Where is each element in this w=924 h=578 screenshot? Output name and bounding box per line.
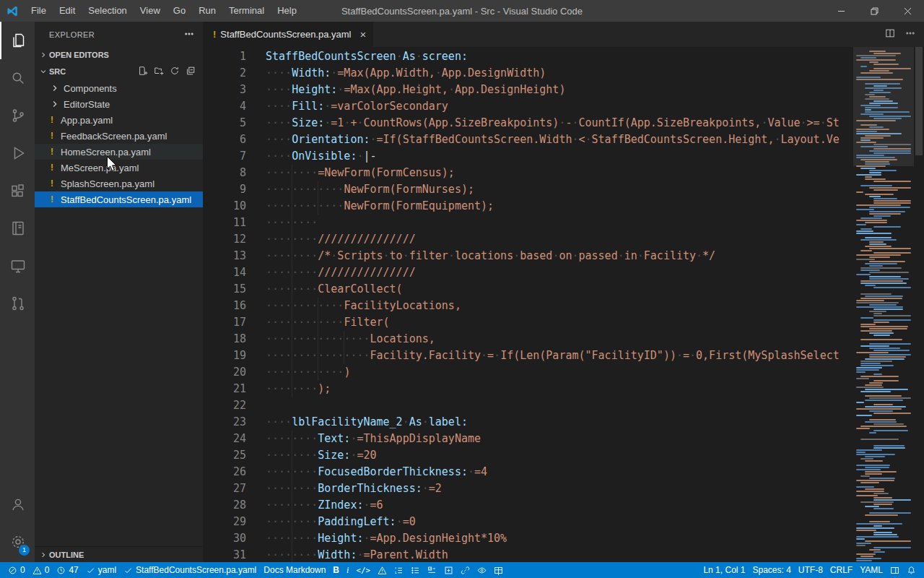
collapse-all-icon[interactable] — [186, 66, 196, 77]
line-number[interactable]: 10 — [203, 198, 246, 215]
menu-file[interactable]: File — [25, 0, 53, 22]
line-number[interactable]: 8 — [203, 165, 246, 181]
notifications-status[interactable] — [903, 562, 920, 578]
code-line[interactable]: ····Orientation:·=If(StaffBedCountsScree… — [266, 131, 853, 148]
code-line[interactable]: ············Filter( — [266, 314, 853, 331]
line-number[interactable]: 22 — [203, 397, 246, 414]
close-button[interactable] — [891, 0, 924, 22]
code-line[interactable]: ····lblFacilityName_2·As·label: — [266, 414, 853, 431]
line-number[interactable]: 13 — [203, 248, 246, 264]
docs-markdown-status[interactable]: Docs Markdown — [260, 562, 329, 578]
code-line[interactable]: ············FacilityLocations, — [266, 298, 853, 314]
code-line[interactable]: ········/////////////// — [266, 231, 853, 248]
code-line[interactable]: ········Text:·=ThisAppDisplayName — [266, 431, 853, 447]
code-line[interactable]: ········Height:·=App.DesignHeight*10% — [266, 530, 853, 547]
tree-item-staffbedcountsscreen-pa-yaml[interactable]: !StaffBedCountsScreen.pa.yaml — [35, 191, 203, 207]
line-number[interactable]: 5 — [203, 115, 246, 131]
editor-layout-status[interactable] — [886, 562, 903, 578]
markdown-table-status[interactable] — [490, 562, 507, 578]
live-preview-icon[interactable] — [0, 247, 35, 285]
code-line[interactable]: ········ — [266, 215, 853, 231]
src-section-header[interactable]: SRC — [35, 63, 203, 80]
line-number[interactable]: 11 — [203, 215, 246, 231]
menu-view[interactable]: View — [134, 0, 167, 22]
code-line[interactable]: ····OnVisible:·|- — [266, 148, 853, 165]
line-number[interactable]: 15 — [203, 281, 246, 298]
more-actions-icon[interactable] — [905, 28, 915, 41]
line-number[interactable]: 20 — [203, 364, 246, 381]
explorer-icon[interactable] — [0, 22, 35, 59]
code-line[interactable]: ········FocusedBorderThickness:·=4 — [266, 464, 853, 480]
settings-icon[interactable]: 1 — [0, 523, 35, 561]
line-number[interactable]: 27 — [203, 480, 246, 497]
line-number[interactable]: 19 — [203, 348, 246, 364]
menu-selection[interactable]: Selection — [82, 0, 133, 22]
markdown-link-status[interactable] — [457, 562, 474, 578]
line-number[interactable]: 24 — [203, 431, 246, 447]
code-line[interactable]: ····Size:·=1·+·CountRows(App.SizeBreakpo… — [266, 115, 853, 131]
extensions-icon[interactable] — [0, 172, 35, 210]
line-number[interactable]: 14 — [203, 264, 246, 281]
notebook-icon[interactable] — [0, 210, 35, 247]
line-number[interactable]: 17 — [203, 314, 246, 331]
warnings-status[interactable]: 0 — [29, 562, 53, 578]
open-editors-section[interactable]: OPEN EDITORS — [35, 47, 203, 63]
code-line[interactable]: ················Locations, — [266, 331, 853, 348]
markdown-list-unordered-status[interactable] — [407, 562, 424, 578]
vertical-scrollbar[interactable] — [914, 47, 924, 562]
split-editor-icon[interactable] — [885, 28, 895, 41]
eol-status[interactable]: CRLF — [827, 562, 856, 578]
markdown-italic-status[interactable]: i — [343, 562, 352, 578]
code-line[interactable]: ········ZIndex:·=6 — [266, 497, 853, 514]
run-debug-icon[interactable] — [0, 134, 35, 172]
tab-staffbedcountsscreen[interactable]: ! StaffBedCountsScreen.pa.yaml × — [203, 22, 373, 47]
yaml-schema-status[interactable]: yaml — [82, 562, 120, 578]
code-line[interactable] — [266, 397, 853, 414]
minimap-slider[interactable] — [853, 47, 914, 166]
tree-item-mescreen-pa-yaml[interactable]: !MeScreen.pa.yaml — [35, 160, 203, 176]
line-number[interactable]: 28 — [203, 497, 246, 514]
markdown-tasklist-status[interactable] — [424, 562, 440, 578]
line-number[interactable]: 31 — [203, 547, 246, 562]
minimap[interactable] — [853, 47, 914, 562]
account-icon[interactable] — [0, 486, 35, 523]
line-number[interactable]: 26 — [203, 464, 246, 480]
menu-go[interactable]: Go — [167, 0, 192, 22]
code-line[interactable]: StaffBedCountsScreen·As·screen: — [266, 48, 853, 65]
minimize-button[interactable] — [824, 0, 858, 22]
encoding-status[interactable]: UTF-8 — [795, 562, 827, 578]
new-file-icon[interactable] — [138, 66, 148, 77]
source-control-icon[interactable] — [0, 97, 35, 134]
menu-edit[interactable]: Edit — [53, 0, 82, 22]
code-line[interactable]: ········BorderThickness:·=2 — [266, 480, 853, 497]
code-line[interactable]: ········/////////////// — [266, 264, 853, 281]
file-validation-status[interactable]: StaffBedCountsScreen.pa.yaml — [120, 562, 260, 578]
code-line[interactable]: ····Fill:·=varColorSecondary — [266, 98, 853, 115]
line-number[interactable]: 30 — [203, 530, 246, 547]
line-number[interactable]: 25 — [203, 447, 246, 464]
line-number[interactable]: 7 — [203, 148, 246, 165]
code-line[interactable]: ················Facility.Facility·=·If(L… — [266, 348, 853, 364]
line-number[interactable]: 3 — [203, 82, 246, 98]
line-number[interactable]: 1 — [203, 48, 246, 65]
markdown-code-status[interactable]: </> — [352, 562, 374, 578]
tree-item-splashscreen-pa-yaml[interactable]: !SplashScreen.pa.yaml — [35, 176, 203, 191]
menu-help[interactable]: Help — [271, 0, 303, 22]
markdown-bold-status[interactable]: B — [329, 562, 343, 578]
line-number[interactable]: 16 — [203, 298, 246, 314]
refresh-icon[interactable] — [170, 66, 180, 77]
markdown-insert-status[interactable] — [440, 562, 457, 578]
menu-run[interactable]: Run — [192, 0, 222, 22]
code-line[interactable]: ············NewForm(FormNurses); — [266, 181, 853, 198]
pull-request-icon[interactable] — [0, 285, 35, 322]
tree-item-feedbackscreen-pa-yaml[interactable]: !FeedbackScreen.pa.yaml — [35, 128, 203, 144]
cursor-position-status[interactable]: Ln 1, Col 1 — [699, 562, 749, 578]
code-line[interactable]: ····Width:·=Max(App.Width,·App.DesignWid… — [266, 65, 853, 82]
language-mode-status[interactable]: YAML — [856, 562, 886, 578]
tree-item-homescreen-pa-yaml[interactable]: !HomeScreen.pa.yaml — [35, 144, 203, 160]
code-line[interactable]: ············) — [266, 364, 853, 381]
line-number[interactable]: 21 — [203, 381, 246, 397]
search-icon[interactable] — [0, 59, 35, 97]
code-line[interactable]: ········/*·Scripts·to·filter·locations·b… — [266, 248, 853, 264]
line-number[interactable]: 23 — [203, 414, 246, 431]
